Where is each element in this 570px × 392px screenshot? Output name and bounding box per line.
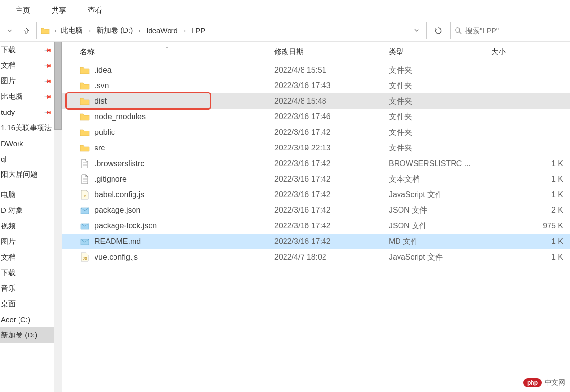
watermark-badge: php bbox=[523, 378, 542, 387]
sidebar-item[interactable]: 桌面 bbox=[0, 296, 62, 312]
file-row[interactable]: README.md2022/3/16 17:42MD 文件1 K bbox=[62, 234, 570, 249]
jsonfile-icon bbox=[80, 221, 90, 231]
sidebar-item[interactable]: 1.16关联事项法 bbox=[0, 120, 62, 135]
chevron-right-icon: › bbox=[87, 27, 93, 34]
crumb-this-pc[interactable]: 此电脑 bbox=[58, 24, 86, 37]
search-input[interactable] bbox=[465, 26, 563, 35]
file-size: 1 K bbox=[491, 159, 570, 168]
column-type-header[interactable]: 类型 bbox=[389, 47, 491, 56]
sidebar-item[interactable]: 图片 bbox=[0, 234, 62, 249]
chevron-right-icon: › bbox=[182, 27, 188, 34]
sidebar-item[interactable]: ql bbox=[0, 151, 62, 167]
file-row[interactable]: dist2022/4/8 15:48文件夹 bbox=[62, 93, 570, 109]
pin-icon: 📌 bbox=[44, 61, 52, 69]
up-button[interactable] bbox=[19, 24, 33, 37]
file-type: JavaScript 文件 bbox=[389, 190, 491, 200]
crumb-lpp[interactable]: LPP bbox=[189, 24, 208, 37]
pin-icon: 📌 bbox=[44, 93, 52, 100]
file-name-cell: JSvue.config.js bbox=[62, 252, 274, 262]
svg-line-1 bbox=[459, 32, 461, 34]
file-name: vue.config.js bbox=[95, 253, 138, 261]
file-date: 2022/3/16 17:42 bbox=[274, 222, 389, 230]
pin-icon: 📌 bbox=[44, 77, 52, 85]
file-name-cell: src bbox=[62, 143, 274, 153]
file-date: 2022/3/16 17:42 bbox=[274, 175, 389, 184]
file-row[interactable]: package.json2022/3/16 17:42JSON 文件2 K bbox=[62, 203, 570, 218]
sidebar-item[interactable]: D 对象 bbox=[0, 203, 62, 218]
sidebar-item[interactable]: DWork bbox=[0, 135, 62, 151]
sidebar-item[interactable]: 下载 bbox=[0, 265, 62, 280]
content-area: 下载📌文档📌图片📌比电脑📌tudy📌1.16关联事项法DWorkql阳大屏问题电… bbox=[0, 42, 570, 392]
address-dropdown[interactable] bbox=[411, 26, 422, 35]
watermark: php 中文网 bbox=[523, 378, 565, 387]
file-type: 文件夹 bbox=[389, 96, 491, 107]
file-name: .gitignore bbox=[95, 175, 127, 184]
file-name-cell: .svn bbox=[62, 81, 274, 91]
file-row[interactable]: package-lock.json2022/3/16 17:42JSON 文件9… bbox=[62, 218, 570, 234]
file-list[interactable]: .idea2022/4/8 15:51文件夹.svn2022/3/16 17:4… bbox=[62, 62, 570, 392]
file-date: 2022/4/7 18:02 bbox=[274, 253, 389, 261]
file-row[interactable]: src2022/3/19 22:13文件夹 bbox=[62, 140, 570, 156]
file-name-cell: public bbox=[62, 128, 274, 137]
sidebar-item[interactable]: 新加卷 (D:) bbox=[0, 327, 62, 343]
file-type: JavaScript 文件 bbox=[389, 252, 491, 262]
file-row[interactable]: .idea2022/4/8 15:51文件夹 bbox=[62, 62, 570, 78]
file-date: 2022/3/16 17:42 bbox=[274, 237, 389, 246]
jsfile-icon: JS bbox=[80, 190, 90, 200]
column-date-header[interactable]: 修改日期 bbox=[274, 47, 389, 56]
file-date: 2022/3/19 22:13 bbox=[274, 144, 389, 152]
sidebar-item[interactable]: 文档 bbox=[0, 249, 62, 265]
file-size: 1 K bbox=[491, 253, 570, 261]
file-row[interactable]: JSvue.config.js2022/4/7 18:02JavaScript … bbox=[62, 249, 570, 265]
sidebar-item[interactable]: tudy📌 bbox=[0, 104, 62, 120]
file-name: README.md bbox=[95, 237, 141, 246]
sort-indicator-icon: ˄ bbox=[166, 46, 168, 52]
sidebar-item[interactable]: 下载📌 bbox=[0, 42, 62, 57]
scrollbar-thumb[interactable] bbox=[54, 42, 62, 130]
file-name: .browserslistrc bbox=[95, 159, 144, 168]
navigation-pane[interactable]: 下载📌文档📌图片📌比电脑📌tudy📌1.16关联事项法DWorkql阳大屏问题电… bbox=[0, 42, 62, 392]
file-type: JSON 文件 bbox=[389, 205, 491, 216]
file-list-area: 名称 ˄ 修改日期 类型 大小 .idea2022/4/8 15:51文件夹.s… bbox=[62, 42, 570, 392]
folder-icon bbox=[80, 81, 90, 91]
sidebar-item[interactable]: 视频 bbox=[0, 218, 62, 234]
file-name-cell: .browserslistrc bbox=[62, 159, 274, 168]
file-row[interactable]: JSbabel.config.js2022/3/16 17:42JavaScri… bbox=[62, 187, 570, 203]
sidebar-item[interactable]: Acer (C:) bbox=[0, 312, 62, 327]
tab-share[interactable]: 共享 bbox=[41, 2, 77, 19]
sidebar-item[interactable]: 图片📌 bbox=[0, 73, 62, 89]
search-box[interactable] bbox=[450, 22, 567, 39]
sidebar-item[interactable]: 比电脑📌 bbox=[0, 89, 62, 104]
tab-view[interactable]: 查看 bbox=[77, 2, 113, 19]
refresh-button[interactable] bbox=[430, 22, 447, 39]
crumb-ideaword[interactable]: IdeaWord bbox=[143, 24, 181, 37]
sidebar-item[interactable]: 文档📌 bbox=[0, 57, 62, 73]
sidebar-item[interactable]: 音乐 bbox=[0, 280, 62, 296]
file-type: 文件夹 bbox=[389, 65, 491, 75]
crumb-drive-d[interactable]: 新加卷 (D:) bbox=[94, 24, 135, 37]
file-name: .svn bbox=[95, 81, 109, 90]
file-row[interactable]: public2022/3/16 17:42文件夹 bbox=[62, 125, 570, 140]
file-type: 文件夹 bbox=[389, 128, 491, 138]
back-button[interactable] bbox=[3, 24, 17, 37]
address-bar[interactable]: › 此电脑 › 新加卷 (D:) › IdeaWord › LPP bbox=[36, 22, 427, 39]
file-row[interactable]: .svn2022/3/16 17:43文件夹 bbox=[62, 78, 570, 93]
folder-icon bbox=[80, 65, 90, 75]
folder-icon bbox=[40, 26, 50, 36]
folder-icon bbox=[80, 112, 90, 122]
chevron-right-icon: › bbox=[136, 27, 142, 34]
file-type: 文件夹 bbox=[389, 81, 491, 91]
file-row[interactable]: .browserslistrc2022/3/16 17:42BROWSERSLI… bbox=[62, 156, 570, 171]
sidebar-item[interactable]: 电脑 bbox=[0, 187, 62, 203]
file-row[interactable]: .gitignore2022/3/16 17:42文本文档1 K bbox=[62, 171, 570, 187]
sidebar-item[interactable]: 阳大屏问题 bbox=[0, 167, 62, 182]
breadcrumb: 此电脑 › 新加卷 (D:) › IdeaWord › LPP bbox=[58, 24, 411, 37]
column-size-header[interactable]: 大小 bbox=[491, 47, 570, 56]
jsonfile-icon bbox=[80, 205, 90, 215]
folder-icon bbox=[80, 143, 90, 153]
file-row[interactable]: node_modules2022/3/16 17:46文件夹 bbox=[62, 109, 570, 125]
file-name: src bbox=[95, 144, 105, 152]
tab-home[interactable]: 主页 bbox=[5, 2, 41, 19]
sidebar-scrollbar[interactable] bbox=[54, 42, 62, 392]
column-name-header[interactable]: 名称 ˄ bbox=[62, 47, 274, 56]
